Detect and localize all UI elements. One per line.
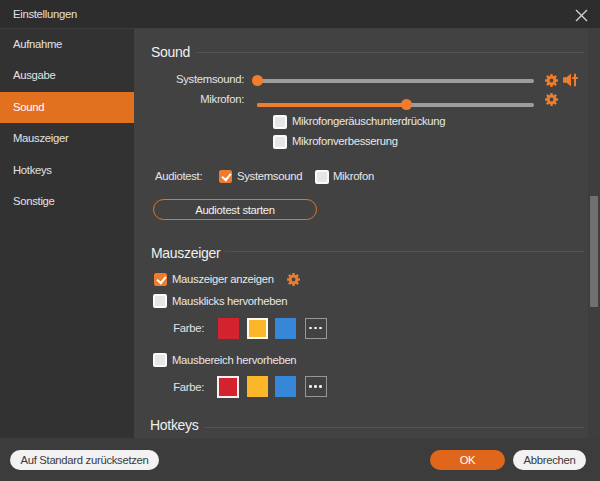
audiotest-start-button[interactable]: Audiotest starten	[153, 199, 317, 220]
sidebar-item-sonstige[interactable]: Sonstige	[0, 186, 134, 217]
sound-section-divider	[197, 52, 584, 53]
more-colors-button[interactable]	[305, 318, 327, 339]
sound-section-title: Sound	[151, 44, 190, 60]
audiotest-mikrofon-label: Mikrofon	[333, 170, 374, 182]
footer-bar: Auf Standard zurücksetzen OK Abbrechen	[0, 438, 600, 481]
mausklicks-hervorheben-checkbox[interactable]	[153, 294, 167, 308]
systemsound-slider-handle[interactable]	[252, 75, 263, 86]
audiotest-systemsound-checkbox[interactable]	[219, 170, 232, 183]
audiotest-systemsound-label: Systemsound	[237, 170, 302, 182]
color-swatch-blue[interactable]	[275, 318, 296, 339]
scrollbar-track[interactable]	[588, 29, 600, 438]
mausklicks-hervorheben-label: Mausklicks hervorheben	[172, 295, 287, 307]
sidebar-item-hotkeys[interactable]: Hotkeys	[0, 155, 134, 186]
mauszeiger-anzeigen-checkbox[interactable]	[154, 273, 167, 286]
mikrofonverbesserung-label: Mikrofonverbesserung	[292, 135, 398, 147]
settings-window: Einstellungen Aufnahme Ausgabe Sound Mau…	[0, 0, 600, 481]
audiotest-label: Audiotest:	[155, 170, 202, 182]
systemsound-settings-button[interactable]	[544, 73, 559, 88]
mikrofon-label: Mikrofon:	[134, 93, 244, 105]
color-swatch-blue[interactable]	[275, 376, 296, 397]
cursor-settings-button[interactable]	[286, 272, 301, 287]
mauszeiger-section-title: Mauszeiger	[151, 245, 220, 261]
reset-default-button[interactable]: Auf Standard zurücksetzen	[10, 450, 159, 470]
close-icon	[575, 9, 588, 22]
close-button[interactable]	[570, 4, 592, 26]
sidebar: Aufnahme Ausgabe Sound Mauszeiger Hotkey…	[0, 29, 134, 438]
sidebar-item-aufnahme[interactable]: Aufnahme	[0, 29, 134, 60]
color-swatch-red[interactable]	[217, 376, 239, 398]
hotkeys-section-title: Hotkeys	[150, 417, 198, 433]
gear-icon	[544, 73, 559, 88]
content-panel: Sound Systemsound:	[134, 29, 600, 438]
mausbereich-hervorheben-label: Mausbereich hervorheben	[172, 354, 296, 366]
hotkeys-section-divider	[205, 427, 584, 428]
titlebar: Einstellungen	[0, 0, 600, 29]
window-title: Einstellungen	[13, 0, 77, 29]
volume-mixer-icon	[562, 73, 579, 87]
systemsound-label: Systemsound:	[134, 73, 244, 85]
scrollbar-thumb[interactable]	[590, 196, 598, 307]
cancel-button[interactable]: Abbrechen	[513, 450, 586, 470]
sidebar-item-mauszeiger[interactable]: Mauszeiger	[0, 123, 134, 154]
color-swatch-yellow[interactable]	[247, 376, 268, 397]
mikrofon-settings-button[interactable]	[544, 92, 559, 107]
color-swatch-yellow[interactable]	[247, 318, 268, 339]
mausbereich-hervorheben-checkbox[interactable]	[153, 353, 167, 367]
mikrofon-slider[interactable]	[257, 103, 534, 107]
farbe-label: Farbe:	[154, 381, 204, 393]
mikrofon-slider-fill	[257, 103, 407, 107]
volume-mixer-button[interactable]	[562, 73, 579, 87]
mauszeiger-anzeigen-label: Mauszeiger anzeigen	[172, 273, 274, 285]
sidebar-item-sound[interactable]: Sound	[0, 92, 135, 123]
gear-icon	[544, 92, 559, 107]
farbe-label: Farbe:	[154, 322, 204, 334]
more-colors-button[interactable]	[305, 376, 327, 397]
mikrofonverbesserung-checkbox[interactable]	[273, 135, 287, 149]
sidebar-item-ausgabe[interactable]: Ausgabe	[0, 60, 134, 91]
audiotest-mikrofon-checkbox[interactable]	[315, 170, 329, 184]
color-swatch-red[interactable]	[218, 318, 239, 339]
gear-icon	[286, 272, 301, 287]
mikrofongeraeuschunterdrueckung-checkbox[interactable]	[273, 115, 287, 129]
systemsound-slider[interactable]	[257, 79, 534, 83]
ok-button[interactable]: OK	[430, 450, 505, 470]
mikrofon-slider-handle[interactable]	[401, 99, 412, 110]
mikrofongeraeuschunterdrueckung-label: Mikrofongeräuschunterdrückung	[292, 115, 445, 127]
mauszeiger-section-divider	[225, 251, 584, 252]
